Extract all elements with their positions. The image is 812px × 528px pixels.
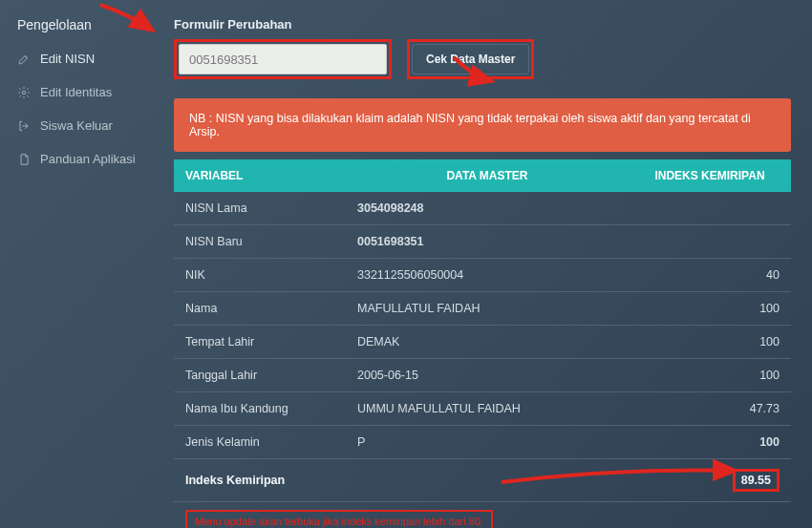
form-title: Formulir Perubahan	[174, 17, 791, 32]
table-row: NIK332112550605000440	[174, 259, 791, 292]
cell-var: Tempat Lahir	[174, 326, 346, 359]
note-text: Menu update akan terbuka jika indeks kem…	[185, 510, 493, 528]
cell-master: UMMU MAFULLATUL FAIDAH	[346, 392, 629, 426]
cell-var: Jenis Kelamin	[174, 426, 346, 459]
cell-master: 3321125506050004	[346, 259, 629, 292]
sidebar-item-label: Edit Identitas	[40, 85, 112, 99]
logout-icon	[17, 119, 31, 133]
note-row: Menu update akan terbuka jika indeks kem…	[174, 502, 791, 529]
summary-row: Indeks Kemiripan89.55	[174, 459, 791, 502]
table-row: NISN Lama3054098248	[174, 192, 791, 225]
nisn-input[interactable]	[179, 44, 387, 74]
table-row: Nama Ibu KandungUMMU MAFULLATUL FAIDAH47…	[174, 392, 791, 426]
table-row: NISN Baru0051698351	[174, 225, 791, 259]
cell-score: 100	[629, 359, 791, 392]
cek-data-master-button[interactable]: Cek Data Master	[412, 44, 529, 74]
cell-master: 2005-06-15	[346, 359, 629, 392]
summary-label: Indeks Kemiripan	[174, 459, 346, 502]
cell-var: Nama Ibu Kandung	[174, 392, 346, 426]
sidebar-item-panduan-aplikasi[interactable]: Panduan Aplikasi	[0, 142, 153, 176]
table-row: Tempat LahirDEMAK100	[174, 326, 791, 359]
file-icon	[17, 153, 31, 166]
similarity-table: VARIABEL DATA MASTER INDEKS KEMIRIPAN NI…	[174, 159, 791, 528]
cell-score: 100	[629, 292, 791, 326]
table-row: Jenis KelaminP100	[174, 426, 791, 459]
table-row: Tanggal Lahir2005-06-15100	[174, 359, 791, 392]
nisn-input-highlight	[174, 39, 392, 79]
cell-var: NISN Baru	[174, 225, 346, 259]
cell-score	[629, 192, 791, 225]
sidebar-item-label: Panduan Aplikasi	[40, 152, 136, 166]
sidebar-item-edit-nisn[interactable]: Edit NISN	[0, 42, 153, 75]
col-indeks: INDEKS KEMIRIPAN	[629, 159, 791, 192]
cell-score: 40	[629, 259, 791, 292]
cell-score: 47.73	[629, 392, 791, 426]
cell-var: NISN Lama	[174, 192, 346, 225]
main-content: Formulir Perubahan Cek Data Master NB : …	[153, 0, 812, 528]
col-data-master: DATA MASTER	[346, 159, 629, 192]
sidebar-item-label: Edit NISN	[40, 52, 95, 66]
cell-var: Tanggal Lahir	[174, 359, 346, 392]
edit-icon	[17, 53, 31, 66]
sidebar: Pengelolaan Edit NISNEdit IdentitasSiswa…	[0, 0, 153, 528]
gear-icon	[17, 86, 31, 99]
cell-var: NIK	[174, 259, 346, 292]
col-variabel: VARIABEL	[174, 159, 346, 192]
summary-value: 89.55	[629, 459, 791, 502]
alert-banner: NB : NISN yang bisa dilakukan klaim adal…	[174, 98, 791, 152]
sidebar-item-edit-identitas[interactable]: Edit Identitas	[0, 75, 153, 109]
cell-master: DEMAK	[346, 326, 629, 359]
table-row: NamaMAFULLATUL FAIDAH100	[174, 292, 791, 326]
cell-master: 0051698351	[346, 225, 629, 259]
cek-button-highlight: Cek Data Master	[407, 39, 534, 79]
cell-var: Nama	[174, 292, 346, 326]
cell-score: 100	[629, 426, 791, 459]
sidebar-title: Pengelolaan	[0, 11, 153, 42]
cell-master: 3054098248	[346, 192, 629, 225]
cell-score	[629, 225, 791, 259]
cell-master: MAFULLATUL FAIDAH	[346, 292, 629, 326]
cell-score: 100	[629, 326, 791, 359]
svg-point-0	[22, 91, 26, 95]
sidebar-item-label: Siswa Keluar	[40, 118, 113, 133]
sidebar-item-siswa-keluar[interactable]: Siswa Keluar	[0, 109, 153, 142]
cell-master: P	[346, 426, 629, 459]
